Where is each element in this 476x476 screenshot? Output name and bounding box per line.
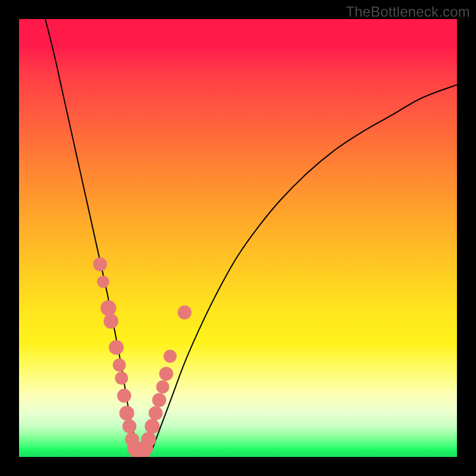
curve-marker xyxy=(141,432,156,447)
curve-marker xyxy=(93,257,107,271)
curve-marker xyxy=(152,393,167,408)
watermark-text: TheBottleneck.com xyxy=(346,4,470,20)
curve-marker xyxy=(177,305,192,320)
chart-frame: TheBottleneck.com xyxy=(0,0,476,476)
curve-marker xyxy=(101,300,117,317)
curve-marker xyxy=(120,406,134,421)
curve-markers xyxy=(93,257,192,457)
curve-layer xyxy=(19,19,457,457)
curve-marker xyxy=(164,350,177,363)
plot-area xyxy=(19,19,457,457)
curve-marker xyxy=(115,371,128,384)
curve-marker xyxy=(113,358,126,371)
curve-marker xyxy=(109,340,124,355)
curve-marker xyxy=(159,367,174,381)
curve-marker xyxy=(145,419,159,434)
curve-marker xyxy=(117,389,131,403)
bottleneck-curve xyxy=(45,19,457,457)
curve-marker xyxy=(104,314,118,328)
curve-marker xyxy=(149,406,163,421)
curve-marker xyxy=(123,419,137,434)
curve-marker xyxy=(97,275,109,288)
curve-marker xyxy=(156,380,169,393)
